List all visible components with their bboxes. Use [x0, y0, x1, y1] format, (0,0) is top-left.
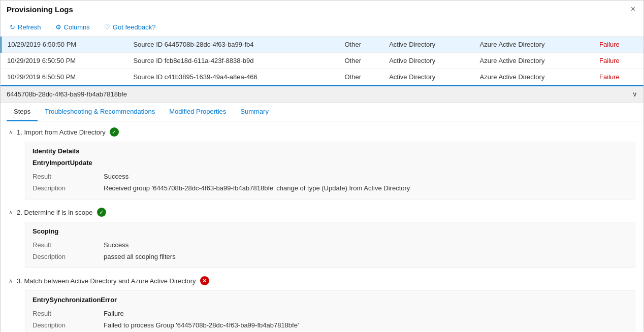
step-1: ∧ 1. Import from Active Directory ✓ Iden… — [9, 127, 635, 200]
table-row[interactable]: 10/29/2019 6:50:50 PM Source ID c41b3895… — [1, 69, 643, 85]
step-toggle[interactable]: ∧ — [9, 209, 13, 216]
heart-icon: ♡ — [104, 23, 110, 31]
step-detail-table: ResultSuccessDescriptionpassed all scopi… — [33, 239, 628, 262]
detail-tabs: StepsTroubleshooting & RecommendationsMo… — [1, 103, 643, 121]
steps-content: ∧ 1. Import from Active Directory ✓ Iden… — [1, 121, 643, 332]
columns-button[interactable]: ⚙ Columns — [52, 21, 93, 33]
refresh-button[interactable]: ↻ Refresh — [7, 21, 44, 33]
step-header: ∧ 1. Import from Active Directory ✓ — [9, 127, 635, 137]
cell-timestamp: 10/29/2019 6:50:50 PM — [1, 53, 127, 69]
detail-header: 6445708b-28dc-4f63-ba99-fb4ab7818bfe ∨ — [1, 86, 643, 103]
tab-modified-properties[interactable]: Modified Properties — [162, 103, 233, 121]
field-label: Description — [33, 319, 104, 331]
log-table: 10/29/2019 6:50:50 PM Source ID 6445708b… — [1, 37, 643, 85]
step-title: 3. Match between Active Directory and Az… — [17, 277, 196, 285]
detail-id: 6445708b-28dc-4f63-ba99-fb4ab7818bfe — [7, 90, 127, 98]
refresh-label: Refresh — [18, 23, 41, 31]
table-row[interactable]: 10/29/2019 6:50:50 PM Source ID 6445708b… — [1, 37, 643, 53]
columns-label: Columns — [64, 23, 90, 31]
step-header: ∧ 3. Match between Active Directory and … — [9, 276, 635, 285]
step-2: ∧ 2. Determine if is in scope ✓ Scoping … — [9, 208, 635, 268]
step-title: 1. Import from Active Directory — [17, 128, 106, 136]
step-detail-table: ResultFailureDescriptionFailed to proces… — [33, 308, 628, 332]
provisioning-logs-panel: Provisioning Logs × ↻ Refresh ⚙ Columns … — [0, 0, 644, 332]
cell-source: Active Directory — [383, 69, 473, 85]
cell-type: Other — [339, 69, 383, 85]
field-value: Received group '6445708b-28dc-4f63-ba99-… — [104, 182, 628, 194]
panel-header: Provisioning Logs × — [1, 1, 643, 18]
field-value: Success — [104, 171, 628, 182]
table-row[interactable]: 10/29/2019 6:50:50 PM Source ID fcb8e18d… — [1, 53, 643, 69]
field-label: Description — [33, 251, 104, 262]
step-section-title: EntrySynchronizationError — [33, 296, 628, 304]
cell-type: Other — [339, 37, 383, 53]
step-header: ∧ 2. Determine if is in scope ✓ — [9, 208, 635, 217]
cell-type: Other — [339, 53, 383, 69]
step-detail-table: ResultSuccessDescriptionReceived group '… — [33, 171, 628, 194]
cell-source-id: Source ID 6445708b-28dc-4f63-ba99-fb4 — [127, 37, 338, 53]
refresh-icon: ↻ — [10, 23, 15, 31]
field-value: passed all scoping filters — [104, 251, 628, 262]
feedback-label: Got feedback? — [113, 23, 156, 31]
field-label: Description — [33, 182, 104, 194]
cell-source-id: Source ID fcb8e18d-611a-423f-8838-b9d — [127, 53, 338, 69]
tab-steps[interactable]: Steps — [7, 103, 38, 121]
field-value: Failure — [104, 308, 628, 319]
tab-summary[interactable]: Summary — [233, 103, 276, 121]
cell-source: Active Directory — [383, 37, 473, 53]
step-section-title: Identity Details — [33, 147, 628, 155]
field-label: Result — [33, 239, 104, 251]
cell-target: Azure Active Directory — [474, 37, 594, 53]
columns-icon: ⚙ — [55, 23, 61, 31]
cell-target: Azure Active Directory — [474, 53, 594, 69]
detail-panel: 6445708b-28dc-4f63-ba99-fb4ab7818bfe ∨ S… — [1, 85, 643, 332]
cell-target: Azure Active Directory — [474, 69, 594, 85]
step-title: 2. Determine if is in scope — [17, 209, 93, 216]
step-3: ∧ 3. Match between Active Directory and … — [9, 276, 635, 332]
field-value: Failed to process Group '6445708b-28dc-4… — [104, 319, 628, 331]
field-label: Result — [33, 171, 104, 182]
tab-troubleshooting-recommendations[interactable]: Troubleshooting & Recommendations — [38, 103, 162, 121]
step-success-icon: ✓ — [110, 127, 119, 137]
feedback-button[interactable]: ♡ Got feedback? — [101, 21, 159, 33]
step-failure-icon: ✕ — [200, 276, 209, 285]
panel-title: Provisioning Logs — [7, 5, 73, 14]
cell-status: Failure — [593, 53, 643, 69]
cell-source: Active Directory — [383, 53, 473, 69]
step-success-icon: ✓ — [97, 208, 106, 217]
step-toggle[interactable]: ∧ — [9, 278, 13, 284]
cell-status: Failure — [593, 37, 643, 53]
cell-timestamp: 10/29/2019 6:50:50 PM — [1, 37, 127, 53]
cell-source-id: Source ID c41b3895-1639-49a4-a8ea-466 — [127, 69, 338, 85]
step-details: Scoping ResultSuccessDescriptionpassed a… — [25, 222, 635, 268]
step-section-title: Scoping — [33, 227, 628, 235]
detail-collapse-icon[interactable]: ∨ — [632, 90, 637, 98]
toolbar: ↻ Refresh ⚙ Columns ♡ Got feedback? — [1, 18, 643, 37]
step-sub-title: EntryImportUpdate — [33, 159, 628, 167]
cell-status: Failure — [593, 69, 643, 85]
step-details: Identity Details EntryImportUpdate Resul… — [25, 142, 635, 200]
close-button[interactable]: × — [629, 5, 637, 14]
cell-timestamp: 10/29/2019 6:50:50 PM — [1, 69, 127, 85]
field-label: Result — [33, 308, 104, 319]
field-value: Success — [104, 239, 628, 251]
step-details: EntrySynchronizationError ResultFailureD… — [25, 290, 635, 332]
step-toggle[interactable]: ∧ — [9, 129, 13, 136]
